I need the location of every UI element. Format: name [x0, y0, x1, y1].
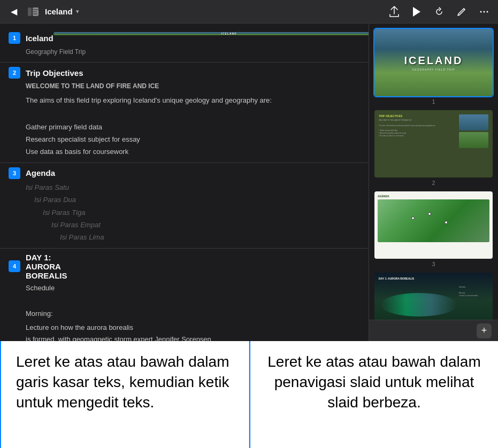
add-slide-button[interactable]: + — [477, 323, 492, 338]
slide1-preview: ICELAND GEOGRAPHY FIELD TRIP — [373, 28, 494, 97]
rewind-icon[interactable] — [432, 4, 447, 19]
slide2-title-group: 2 Trip Objectives — [9, 67, 83, 79]
agenda-item-5: Isi Paras Lima — [26, 231, 360, 243]
slide4-visual: DAY 1: AURORA BOREALIS Schedule Morning:… — [374, 273, 493, 320]
presentation-title: Iceland — [45, 7, 73, 16]
slide2-visual-text: WELCOME TO THE LAND OF FIRE AND ICE The … — [379, 119, 457, 137]
slide3-preview: AGENDA — [373, 190, 494, 260]
slide-thumbnail-2[interactable]: TRIP OBJECTIVES WELCOME TO THE LAND OF F… — [373, 109, 494, 186]
slide1-body: Geography Field Trip — [9, 46, 360, 58]
slide4-body: Schedule Morning: Lecture on how the aur… — [9, 282, 360, 341]
slide2-number: 2 — [9, 67, 20, 79]
slide1-title-group: 1 Iceland — [9, 32, 53, 44]
slide1-preview-title: ICELAND — [404, 55, 463, 67]
agenda-item-1: Isi Paras Satu — [26, 181, 360, 194]
outline-panel[interactable]: 1 Iceland ICELAND Geography Field Trip 2 — [0, 24, 369, 341]
back-button[interactable]: ◀ — [6, 4, 21, 19]
slide3-number: 3 — [9, 167, 20, 179]
slide-thumbnail-4[interactable]: DAY 1: AURORA BOREALIS Schedule Morning:… — [373, 272, 494, 320]
slide2-point-3: Use data as basis for coursework — [26, 145, 360, 158]
slide2-visual: TRIP OBJECTIVES WELCOME TO THE LAND OF F… — [374, 110, 493, 177]
svg-marker-5 — [413, 7, 420, 17]
topbar-right — [387, 4, 492, 19]
slides-bottom-bar: + — [369, 320, 498, 341]
slide2-visual-left: TRIP OBJECTIVES WELCOME TO THE LAND OF F… — [379, 114, 457, 173]
slide1-badge: 1 — [373, 99, 494, 105]
slide4-visual-title: DAY 1: AURORA BOREALIS — [379, 277, 488, 280]
slide1-title: Iceland — [26, 34, 53, 43]
slide2-img1 — [459, 114, 488, 130]
instruction-right-text: Leret ke atas atau bawah dalam penavigas… — [250, 341, 498, 448]
slide2-img2 — [459, 132, 488, 148]
slide1-thumbnail: ICELAND — [53, 32, 369, 35]
main-area: 1 Iceland ICELAND Geography Field Trip 2 — [0, 24, 498, 341]
slide2-body-text: The aims of this field trip exploring Ic… — [26, 95, 360, 106]
share-icon[interactable] — [387, 4, 402, 19]
add-icon: + — [481, 325, 487, 336]
outline-slide-2[interactable]: 2 Trip Objectives WELCOME TO THE LAND OF… — [0, 63, 369, 163]
slide3-map — [378, 199, 489, 242]
map-pin-1 — [428, 212, 431, 215]
outline-slide-4[interactable]: 4 DAY 1: AURORA BOREALIS Schedule Mornin… — [0, 249, 369, 341]
slide4-visual-text: Schedule Morning: Lecture on aurora bore… — [459, 286, 488, 298]
slide-thumbnail-3[interactable]: AGENDA 3 — [373, 190, 494, 267]
slide2-title: Trip Objectives — [26, 68, 83, 78]
topbar-left: ◀ Iceland ▾ — [6, 4, 381, 19]
slide4-aurora-glow — [380, 293, 457, 316]
svg-rect-0 — [28, 7, 32, 16]
slide4-title: DAY 1: AURORA BOREALIS — [26, 253, 67, 280]
slide4-morning-text: Lecture on how the aurora borealis is fo… — [26, 322, 360, 341]
slide3-body: Isi Paras Satu Isi Paras Dua Isi Paras T… — [9, 181, 360, 244]
sidebar-toggle-button[interactable] — [26, 4, 41, 19]
svg-rect-3 — [33, 11, 37, 12]
slide3-visual-title: AGENDA — [378, 195, 489, 198]
slide4-preview: DAY 1: AURORA BOREALIS Schedule Morning:… — [373, 272, 494, 320]
slide3-title: Agenda — [26, 168, 55, 177]
svg-rect-2 — [33, 9, 39, 10]
slide4-header: 4 DAY 1: AURORA BOREALIS — [9, 253, 360, 280]
slide3-header: 3 Agenda — [9, 167, 360, 179]
agenda-item-4: Isi Paras Empat — [26, 219, 360, 231]
svg-point-8 — [484, 11, 485, 12]
map-pin-2 — [445, 221, 448, 224]
slide4-schedule: Schedule — [26, 282, 360, 294]
title-area[interactable]: Iceland ▾ — [45, 7, 79, 16]
svg-line-6 — [464, 9, 465, 10]
instruction-left-text: Leret ke atas atau bawah dalam garis kas… — [1, 341, 249, 448]
slide1-visual: ICELAND GEOGRAPHY FIELD TRIP — [374, 29, 493, 96]
slide4-title-group: 4 DAY 1: AURORA BOREALIS — [9, 253, 67, 280]
slide3-visual: AGENDA — [374, 191, 493, 259]
slide2-point-1: Gather primary field data — [26, 121, 360, 133]
slide2-badge: 2 — [373, 180, 494, 186]
sidebar-icon — [28, 7, 39, 16]
outline-slide-3[interactable]: 3 Agenda Isi Paras Satu Isi Paras Dua Is… — [0, 163, 369, 249]
svg-point-9 — [487, 11, 488, 12]
back-icon: ◀ — [11, 6, 17, 17]
slide2-header: 2 Trip Objectives — [9, 67, 360, 79]
slide4-morning-label: Morning: — [26, 308, 360, 320]
slide2-preview: TRIP OBJECTIVES WELCOME TO THE LAND OF F… — [373, 109, 494, 179]
slides-list[interactable]: ICELAND GEOGRAPHY FIELD TRIP 1 TRIP OBJE… — [369, 24, 498, 320]
slide-thumbnail-1[interactable]: ICELAND GEOGRAPHY FIELD TRIP 1 — [373, 28, 494, 105]
agenda-item-3: Isi Paras Tiga — [26, 206, 360, 219]
slides-panel: ICELAND GEOGRAPHY FIELD TRIP 1 TRIP OBJE… — [369, 24, 498, 341]
more-icon[interactable] — [477, 4, 492, 19]
outline-slide-1[interactable]: 1 Iceland ICELAND Geography Field Trip — [0, 28, 369, 63]
play-icon[interactable] — [409, 4, 424, 19]
slide2-body: WELCOME TO THE LAND OF FIRE AND ICE The … — [9, 81, 360, 158]
agenda-item-2: Isi Paras Dua — [26, 194, 360, 206]
svg-rect-4 — [33, 13, 37, 14]
slide2-points: Gather primary field data Research speci… — [26, 121, 360, 158]
slide3-title-group: 3 Agenda — [9, 167, 55, 179]
slide2-point-2: Research specialist subject for essay — [26, 133, 360, 145]
slide1-subtitle: Geography Field Trip — [26, 48, 86, 56]
slide1-preview-sub: GEOGRAPHY FIELD TRIP — [412, 68, 455, 71]
slide3-badge: 3 — [373, 261, 494, 267]
slide4-number: 4 — [9, 260, 20, 272]
slide1-number: 1 — [9, 32, 20, 44]
slide2-welcome: WELCOME TO THE LAND OF FIRE AND ICE — [26, 81, 360, 91]
instruction-area: Leret ke atas atau bawah dalam garis kas… — [0, 341, 498, 448]
slide1-header: 1 Iceland ICELAND — [9, 32, 360, 44]
top-bar: ◀ Iceland ▾ — [0, 0, 498, 24]
pen-icon[interactable] — [454, 4, 469, 19]
